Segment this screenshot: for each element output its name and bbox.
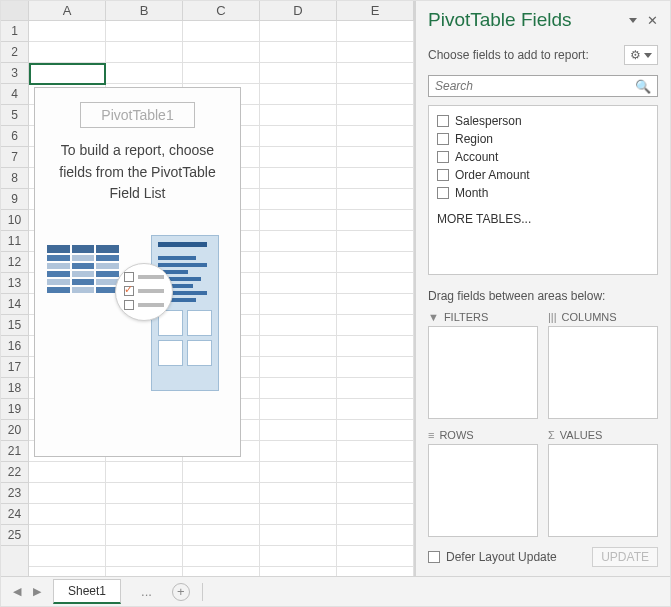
row-header[interactable]: 23 — [1, 483, 28, 504]
field-item[interactable]: Salesperson — [437, 112, 649, 130]
row-header[interactable]: 8 — [1, 168, 28, 189]
values-area-label: VALUES — [560, 429, 603, 441]
close-icon[interactable]: ✕ — [647, 13, 658, 28]
add-sheet-button[interactable]: + — [172, 583, 190, 601]
row-header[interactable]: 1 — [1, 21, 28, 42]
sheet-tab-active[interactable]: Sheet1 — [53, 579, 121, 604]
row-header[interactable]: 7 — [1, 147, 28, 168]
next-sheet-arrow[interactable]: ▶ — [33, 585, 41, 598]
field-item[interactable]: Month — [437, 184, 649, 202]
filters-area-label: FILTERS — [444, 311, 488, 323]
field-item[interactable]: Account — [437, 148, 649, 166]
rows-icon: ≡ — [428, 429, 434, 441]
checkbox[interactable] — [437, 169, 449, 181]
sheet-tab-more[interactable]: ... — [133, 580, 160, 603]
choose-fields-label: Choose fields to add to report: — [428, 48, 589, 62]
defer-update-label: Defer Layout Update — [446, 550, 557, 564]
row-header[interactable]: 22 — [1, 462, 28, 483]
col-header[interactable]: A — [29, 1, 106, 20]
columns-area-label: COLUMNS — [562, 311, 617, 323]
pivottable-instruction: To build a report, choose fields from th… — [43, 140, 232, 205]
checkbox[interactable] — [437, 133, 449, 145]
field-list[interactable]: Salesperson Region Account Order Amount … — [428, 105, 658, 275]
select-all-corner[interactable] — [1, 1, 29, 20]
row-header[interactable]: 17 — [1, 357, 28, 378]
row-header[interactable]: 19 — [1, 399, 28, 420]
columns-icon: ||| — [548, 311, 557, 323]
row-header[interactable]: 10 — [1, 210, 28, 231]
col-header[interactable]: B — [106, 1, 183, 20]
field-item[interactable]: Order Amount — [437, 166, 649, 184]
col-header[interactable]: D — [260, 1, 337, 20]
prev-sheet-arrow[interactable]: ◀ — [13, 585, 21, 598]
pivottable-placeholder[interactable]: PivotTable1 To build a report, choose fi… — [34, 87, 241, 457]
row-header[interactable]: 25 — [1, 525, 28, 546]
pivottable-name: PivotTable1 — [80, 102, 194, 128]
sheet-tab-bar: ◀ ▶ Sheet1 ... + — [1, 576, 670, 606]
row-header[interactable]: 13 — [1, 273, 28, 294]
row-header[interactable]: 14 — [1, 294, 28, 315]
values-icon: Σ — [548, 429, 555, 441]
rows-drop-area[interactable] — [428, 444, 538, 537]
search-icon: 🔍 — [635, 79, 651, 94]
row-header[interactable]: 18 — [1, 378, 28, 399]
filter-icon: ▼ — [428, 311, 439, 323]
row-header[interactable]: 20 — [1, 420, 28, 441]
col-header[interactable]: C — [183, 1, 260, 20]
filters-drop-area[interactable] — [428, 326, 538, 419]
row-header[interactable]: 24 — [1, 504, 28, 525]
row-header[interactable]: 12 — [1, 252, 28, 273]
columns-drop-area[interactable] — [548, 326, 658, 419]
checkbox[interactable] — [437, 151, 449, 163]
row-header[interactable]: 6 — [1, 126, 28, 147]
row-header[interactable]: 5 — [1, 105, 28, 126]
row-header[interactable]: 3 — [1, 63, 28, 84]
more-tables-link[interactable]: MORE TABLES... — [437, 212, 649, 226]
row-header[interactable]: 16 — [1, 336, 28, 357]
pivottable-fields-pane: PivotTable Fields ✕ Choose fields to add… — [415, 1, 670, 577]
row-header[interactable]: 2 — [1, 42, 28, 63]
row-header[interactable]: 21 — [1, 441, 28, 462]
field-item[interactable]: Region — [437, 130, 649, 148]
row-header[interactable]: 9 — [1, 189, 28, 210]
checkbox[interactable] — [437, 187, 449, 199]
pane-title: PivotTable Fields — [428, 9, 572, 31]
col-header[interactable]: E — [337, 1, 414, 20]
gear-icon: ⚙ — [630, 48, 641, 62]
drag-areas-label: Drag fields between areas below: — [428, 289, 658, 303]
checkbox[interactable] — [437, 115, 449, 127]
search-input[interactable] — [435, 79, 635, 93]
update-button[interactable]: UPDATE — [592, 547, 658, 567]
selected-cell[interactable] — [29, 63, 106, 85]
values-drop-area[interactable] — [548, 444, 658, 537]
row-header[interactable]: 4 — [1, 84, 28, 105]
pivottable-illustration — [43, 235, 232, 395]
pane-options-dropdown[interactable] — [629, 18, 637, 23]
chevron-down-icon — [644, 53, 652, 58]
row-header[interactable]: 15 — [1, 315, 28, 336]
spreadsheet-grid[interactable]: A B C D E 123456789101112131415161718192… — [1, 1, 415, 577]
layout-options-button[interactable]: ⚙ — [624, 45, 658, 65]
row-header[interactable]: 11 — [1, 231, 28, 252]
defer-update-checkbox[interactable] — [428, 551, 440, 563]
rows-area-label: ROWS — [439, 429, 473, 441]
field-search[interactable]: 🔍 — [428, 75, 658, 97]
